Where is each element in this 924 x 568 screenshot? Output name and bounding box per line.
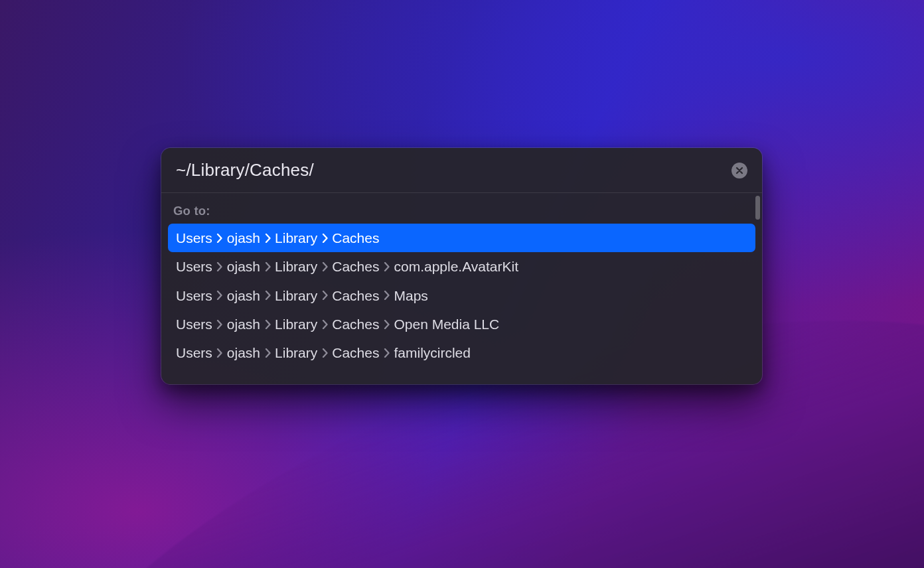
path-segment: familycircled — [394, 344, 471, 362]
chevron-right-icon — [260, 259, 275, 274]
results-list: UsersojashLibraryCachesUsersojashLibrary… — [168, 224, 755, 367]
chevron-right-icon — [379, 288, 394, 303]
path-segment: ojash — [227, 257, 260, 275]
go-to-folder-window: Go to: UsersojashLibraryCachesUsersojash… — [161, 148, 762, 384]
chevron-right-icon — [260, 317, 275, 332]
scrollbar-thumb[interactable] — [755, 196, 760, 220]
close-icon — [735, 167, 743, 175]
clear-button[interactable] — [732, 163, 747, 178]
path-segment: com.apple.AvatarKit — [394, 257, 518, 275]
result-row[interactable]: UsersojashLibraryCachesOpen Media LLC — [168, 310, 755, 338]
chevron-right-icon — [260, 346, 275, 360]
path-segment: Caches — [332, 315, 379, 333]
chevron-right-icon — [212, 259, 227, 274]
path-segment: Caches — [332, 287, 379, 305]
path-segment: Maps — [394, 287, 427, 305]
chevron-right-icon — [212, 317, 227, 332]
path-segment: Users — [176, 257, 212, 275]
result-row[interactable]: UsersojashLibraryCachescom.apple.AvatarK… — [168, 252, 755, 281]
path-segment: ojash — [227, 287, 260, 305]
path-segment: ojash — [227, 344, 260, 362]
path-segment: Users — [176, 287, 212, 305]
chevron-right-icon — [379, 259, 394, 274]
path-segment: Caches — [332, 344, 379, 362]
chevron-right-icon — [317, 231, 332, 246]
path-segment: Library — [275, 287, 317, 305]
search-row — [161, 148, 762, 192]
path-segment: Users — [176, 229, 212, 247]
path-segment: Open Media LLC — [394, 315, 499, 333]
result-row[interactable]: UsersojashLibraryCaches — [168, 224, 755, 252]
chevron-right-icon — [317, 288, 332, 303]
chevron-right-icon — [317, 346, 332, 360]
chevron-right-icon — [317, 317, 332, 332]
path-segment: Library — [275, 344, 317, 362]
chevron-right-icon — [379, 317, 394, 332]
result-row[interactable]: UsersojashLibraryCachesMaps — [168, 281, 755, 310]
path-segment: Caches — [332, 229, 379, 247]
section-label: Go to: — [168, 201, 755, 224]
path-segment: ojash — [227, 229, 260, 247]
path-segment: Caches — [332, 257, 379, 275]
path-segment: Library — [275, 315, 317, 333]
path-segment: Users — [176, 344, 212, 362]
path-segment: Users — [176, 315, 212, 333]
chevron-right-icon — [260, 231, 275, 246]
path-segment: Library — [275, 229, 317, 247]
chevron-right-icon — [260, 288, 275, 303]
result-row[interactable]: UsersojashLibraryCachesfamilycircled — [168, 338, 755, 367]
chevron-right-icon — [212, 346, 227, 360]
path-input[interactable] — [176, 160, 724, 180]
chevron-right-icon — [317, 259, 332, 274]
chevron-right-icon — [379, 346, 394, 360]
chevron-right-icon — [212, 288, 227, 303]
chevron-right-icon — [212, 231, 227, 246]
results-panel: Go to: UsersojashLibraryCachesUsersojash… — [161, 193, 762, 384]
path-segment: Library — [275, 257, 317, 275]
path-segment: ojash — [227, 315, 260, 333]
